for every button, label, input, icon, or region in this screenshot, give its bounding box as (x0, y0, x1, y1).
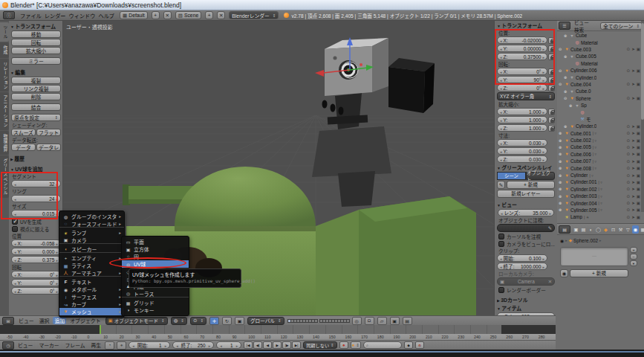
visibility-toggle-icon[interactable] (627, 201, 631, 205)
increment-icon[interactable] (54, 289, 58, 294)
proportional-edit-button[interactable]: ◎ (352, 317, 362, 325)
title-bar[interactable]: Blender* [C:¥Users¥anazawa¥Downloads¥scr… (0, 0, 644, 10)
increment-icon[interactable] (541, 157, 544, 162)
edit-tool-button[interactable]: 削除 (11, 93, 61, 100)
viewport-menu-item[interactable]: 選択 (38, 317, 51, 324)
preview-range-button[interactable]: ◔ (105, 341, 114, 350)
draw-mode-icon[interactable]: ✎ (497, 181, 505, 189)
add-menu-item[interactable]: ◉ メタボール ▸ (59, 286, 124, 293)
dimensions-number-field[interactable]: Y:0.030 (497, 147, 547, 155)
outliner-row[interactable]: ⊕ ▼ Cylinder.003 | ▿ (557, 193, 644, 199)
view-option-checkbox[interactable]: カーソルを注視 (497, 233, 555, 240)
increment-icon[interactable] (541, 109, 544, 115)
add-menu-item[interactable]: ◌ フォースフィールド ▸ (59, 220, 124, 228)
add-menu-item[interactable]: + エンプティ ▸ (59, 254, 124, 262)
increment-icon[interactable] (541, 38, 544, 43)
rotation-number-field[interactable]: X:0° (11, 271, 61, 278)
increment-icon[interactable] (541, 86, 544, 91)
expander-icon[interactable]: ⊕ (559, 180, 564, 184)
increment-icon[interactable] (541, 264, 544, 269)
outliner-row[interactable]: ⊕ ▼ Cylinder.005 | ▿ (557, 207, 644, 213)
selectability-toggle-icon[interactable] (631, 47, 635, 51)
outliner-row[interactable]: ⊕ ▿ Sp (557, 102, 644, 109)
lock-icon[interactable] (548, 85, 555, 91)
outliner-scrollbar[interactable] (641, 21, 644, 212)
expander-icon[interactable]: ⊕ (559, 131, 564, 135)
shading-button[interactable]: フラット (36, 129, 61, 136)
visibility-toggle-icon[interactable] (627, 82, 631, 86)
shading-dropdown[interactable]: ◍ (171, 317, 187, 325)
render-layers-tab-icon[interactable]: ▤ (580, 225, 587, 234)
editor-type-icon[interactable]: ⓘ (3, 11, 15, 19)
decrement-icon[interactable] (14, 211, 18, 216)
clip-number-field[interactable]: 終了:1000.000 (497, 263, 547, 270)
add-menu-item[interactable]: ◍ グループのインスタンス ▸ (59, 213, 124, 220)
new-material-button[interactable]: + 新規 (570, 269, 628, 277)
rotation-mode-dropdown[interactable]: XYZ オイラー角 (497, 92, 555, 100)
next-keyframe-button[interactable]: |▶ (282, 341, 291, 349)
timeline-menu-item[interactable]: ビュー (16, 341, 34, 349)
outliner-menu-item[interactable]: ビュー (573, 20, 591, 25)
top-menu-item[interactable]: レンダー (43, 13, 68, 19)
increment-icon[interactable] (547, 210, 551, 216)
add-menu-item[interactable]: ▣ カメラ (59, 237, 124, 244)
mesh-menu-item[interactable]: ▣ 立方体 (122, 245, 189, 253)
expander-icon[interactable]: ⊕ (559, 194, 564, 199)
visibility-toggle-icon[interactable] (627, 145, 631, 149)
increment-icon[interactable] (54, 272, 58, 277)
increment-icon[interactable] (541, 141, 544, 146)
screen-layout-select[interactable]: ▦Default (120, 11, 148, 19)
transform-tool-button[interactable]: 拡大縮小 (11, 47, 61, 54)
decrement-icon[interactable] (14, 181, 18, 187)
scale-number-field[interactable]: Z:1.000 (497, 124, 547, 132)
operator-checkbox[interactable]: UVを生成 (10, 218, 62, 225)
frame-end-field[interactable]: 終了:250 (172, 341, 214, 349)
viewport-menu-item[interactable]: ビュー (17, 317, 36, 324)
add-menu-item[interactable]: ≀ サーフェス ▸ (59, 293, 124, 300)
add-menu-item[interactable]: ↝ カーブ ▸ (59, 300, 124, 308)
play-reverse-button[interactable]: ◀ (263, 341, 272, 349)
tool-shelf-tab[interactable]: アニメーション (0, 92, 9, 130)
visibility-toggle-icon[interactable] (627, 47, 631, 51)
visibility-toggle-icon[interactable] (627, 215, 631, 219)
transform-header[interactable]: トランスフォーム (497, 22, 555, 30)
rotation-number-field[interactable]: Z:0° (11, 287, 61, 295)
layers-widget[interactable] (287, 319, 349, 323)
selectability-toggle-icon[interactable] (631, 131, 635, 135)
increment-icon[interactable] (541, 256, 544, 261)
snap-element-button[interactable]: ▱ (377, 317, 387, 325)
tool-shelf-tab[interactable]: リレーション (0, 59, 9, 92)
scale-number-field[interactable]: X:1.000 (497, 108, 547, 115)
top-menu-item[interactable]: ウィンドウ (68, 13, 97, 19)
expander-icon[interactable]: ⊕ (564, 124, 569, 129)
add-menu-item[interactable]: ☀ ランプ ▸ (59, 229, 124, 237)
renderability-toggle-icon[interactable] (637, 96, 640, 100)
increment-icon[interactable] (163, 343, 167, 348)
renderability-toggle-icon[interactable] (637, 131, 640, 135)
render-opengl-anim-button[interactable]: ▤ (403, 317, 412, 325)
location-number-field[interactable]: Y:0.00000 (497, 45, 547, 52)
outliner-row[interactable]: ⊕ ▼ Cylinder.004 | ▿ (557, 199, 644, 206)
outliner-row[interactable]: ⊕ ▼ Cube.002 | ▿ (557, 137, 644, 144)
timeline-ruler[interactable]: -50-40-30-20-100102030405060708090100110… (0, 334, 556, 340)
auto-keyframe-button[interactable] (339, 341, 348, 349)
object-tab-icon[interactable]: ◆ (602, 225, 609, 234)
outliner-row[interactable]: ⊕ ▼ Cylinder.0 (557, 123, 644, 129)
renderability-toggle-icon[interactable] (637, 180, 640, 184)
black-cube[interactable] (388, 67, 425, 113)
rotation-number-field[interactable]: X:0° (497, 68, 547, 75)
selectability-toggle-icon[interactable] (631, 194, 635, 199)
mirror-button[interactable]: ミラー (11, 57, 61, 65)
browse-material-icon[interactable]: ◉ (560, 269, 568, 277)
visibility-toggle-icon[interactable] (627, 124, 631, 129)
mesh-menu-item[interactable]: ◑ モンキー (122, 306, 189, 314)
transform-tool-button[interactable]: 回転 (11, 39, 61, 46)
expander-icon[interactable]: ⊕ (559, 145, 564, 149)
increment-icon[interactable] (541, 118, 544, 123)
outliner-row[interactable]: ⊖ ▼ Cylinder.006 (557, 67, 644, 74)
visibility-toggle-icon[interactable] (627, 138, 631, 143)
outliner-row[interactable]: ⊕ ▿ Cylinder.0 (557, 74, 644, 80)
renderability-toggle-icon[interactable] (637, 166, 640, 170)
data-transfer-button[interactable]: データレ (36, 144, 61, 151)
grease-source-tab[interactable]: シーン (497, 172, 526, 180)
